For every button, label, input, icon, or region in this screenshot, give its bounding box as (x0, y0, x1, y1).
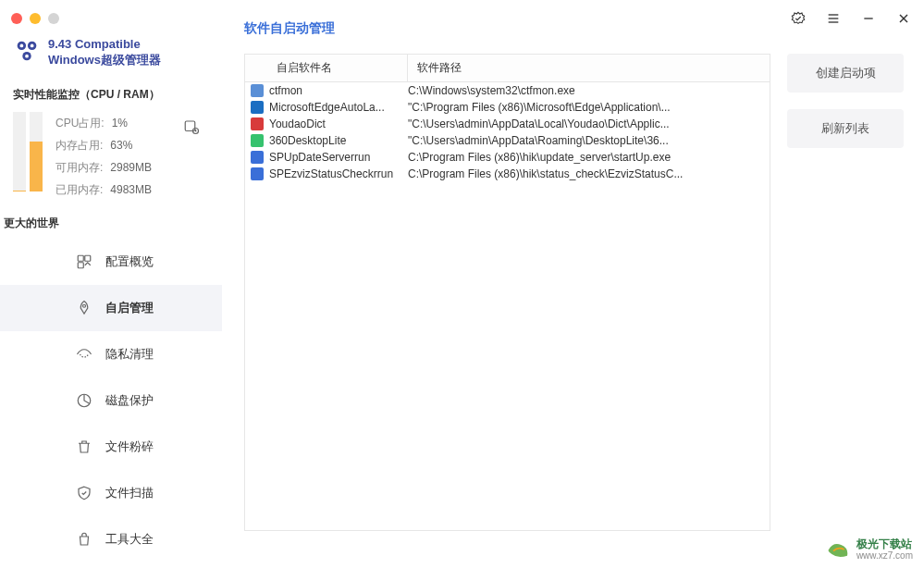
ram-value: 63% (110, 134, 132, 156)
watermark-logo-icon (825, 540, 851, 559)
svg-point-17 (83, 304, 86, 307)
cell-name: ctfmon (269, 84, 408, 97)
cell-name: SPUpDateServerrun (269, 151, 408, 164)
nav-label: 配置概览 (105, 253, 154, 270)
table-header: 自启软件名 软件路径 (245, 55, 770, 82)
monitor-settings-icon[interactable] (183, 118, 200, 135)
nav-item-4[interactable]: 文件粉碎 (0, 424, 222, 470)
nav-item-2[interactable]: 隐私清理 (0, 331, 222, 377)
window-controls (791, 11, 911, 26)
nav-label: 磁盘保护 (105, 392, 154, 409)
table-row[interactable]: ctfmonC:\Windows\system32\ctfmon.exe (245, 82, 770, 99)
main-area: 软件自启动管理 自启软件名 软件路径 ctfmonC:\Windows\syst… (222, 0, 924, 568)
rocket-icon (76, 300, 92, 316)
close-dot[interactable] (11, 13, 22, 24)
ram-label: 内存占用: (55, 134, 103, 156)
svg-point-9 (20, 44, 24, 48)
ram-bar (30, 112, 43, 191)
col-path[interactable]: 软件路径 (408, 55, 770, 81)
nav-label: 工具大全 (105, 531, 154, 548)
monitor-title: 实时性能监控（CPU / RAM） (13, 87, 209, 103)
watermark-url: www.xz7.com (856, 550, 913, 561)
world-section-head: 更大的世界 (0, 212, 222, 239)
nav-label: 自启管理 (105, 300, 154, 316)
mac-window-dots (11, 13, 59, 24)
cell-name: MicrosoftEdgeAutoLa... (269, 101, 408, 114)
nav-item-3[interactable]: 磁盘保护 (0, 377, 222, 424)
app-icon (251, 167, 264, 180)
col-name[interactable]: 自启软件名 (245, 55, 408, 81)
brand-line2: Windows超级管理器 (48, 53, 161, 68)
svg-rect-16 (78, 263, 83, 268)
startup-table: 自启软件名 软件路径 ctfmonC:\Windows\system32\ctf… (244, 54, 770, 531)
usage-bars (13, 112, 43, 191)
page-title: 软件自启动管理 (244, 9, 770, 54)
app-icon (251, 101, 264, 114)
bag-icon (76, 531, 92, 548)
svg-rect-14 (78, 255, 83, 261)
cell-name: SPEzvizStatusCheckrrun (269, 167, 408, 180)
menu-icon[interactable] (826, 11, 841, 26)
table-row[interactable]: YoudaoDict"C:\Users\admin\AppData\Local\… (245, 116, 770, 132)
minimize-dot[interactable] (30, 13, 41, 24)
cell-name: YoudaoDict (269, 117, 408, 130)
create-startup-button[interactable]: 创建启动项 (787, 54, 904, 93)
refresh-list-button[interactable]: 刷新列表 (787, 109, 904, 148)
watermark-title: 极光下载站 (856, 538, 913, 550)
brand-line1: 9.43 Compatible (48, 37, 161, 53)
watermark: 极光下载站 www.xz7.com (825, 538, 913, 561)
nav-label: 隐私清理 (105, 346, 154, 363)
action-panel: 创建启动项 刷新列表 (787, 9, 924, 568)
brand-logo-icon (13, 37, 41, 65)
nav-label: 文件扫描 (105, 485, 154, 501)
cell-path: "C:\Program Files (x86)\Microsoft\Edge\A… (408, 101, 770, 114)
nav-item-0[interactable]: 配置概览 (0, 239, 222, 285)
table-row[interactable]: MicrosoftEdgeAutoLa..."C:\Program Files … (245, 99, 770, 116)
avail-label: 可用内存: (55, 156, 103, 179)
minimize-icon[interactable] (861, 11, 876, 26)
nav-list: 配置概览自启管理隐私清理磁盘保护文件粉碎文件扫描工具大全 (0, 239, 222, 562)
used-label: 已用内存: (55, 179, 103, 201)
table-row[interactable]: SPEzvizStatusCheckrrunC:\Program Files (… (245, 166, 770, 182)
brand: 9.43 Compatible Windows超级管理器 (0, 37, 222, 81)
svg-rect-15 (85, 255, 91, 261)
eye-icon (76, 346, 92, 363)
cell-path: "C:\Users\admin\AppData\Roaming\DesktopL… (408, 134, 770, 147)
nav-item-6[interactable]: 工具大全 (0, 516, 222, 562)
nav-item-1[interactable]: 自启管理 (0, 285, 222, 331)
badge-icon[interactable] (791, 11, 806, 26)
used-value: 4983MB (110, 179, 152, 201)
cell-path: C:\Windows\system32\ctfmon.exe (408, 84, 770, 97)
cell-path: "C:\Users\admin\AppData\Local\Youdao\Dic… (408, 117, 770, 130)
app-icon (251, 151, 264, 164)
table-row[interactable]: SPUpDateServerrunC:\Program Files (x86)\… (245, 149, 770, 166)
sidebar: 9.43 Compatible Windows超级管理器 实时性能监控（CPU … (0, 0, 222, 568)
cpu-bar (13, 112, 26, 191)
cpu-label: CPU占用: (55, 112, 105, 134)
dashboard-icon (76, 253, 92, 270)
avail-value: 2989MB (110, 156, 152, 179)
performance-monitor: 实时性能监控（CPU / RAM） CPU占用:1% 内存占用:63% 可用内存… (0, 81, 222, 212)
cell-path: C:\Program Files (x86)\hik\status_check\… (408, 167, 770, 180)
cpu-value: 1% (112, 112, 128, 134)
app-icon (251, 134, 264, 147)
nav-label: 文件粉碎 (105, 438, 154, 455)
table-row[interactable]: 360DesktopLite"C:\Users\admin\AppData\Ro… (245, 132, 770, 149)
maximize-dot[interactable] (48, 13, 59, 24)
close-icon[interactable] (896, 11, 911, 26)
nav-item-5[interactable]: 文件扫描 (0, 470, 222, 516)
table-body: ctfmonC:\Windows\system32\ctfmon.exeMicr… (245, 82, 770, 182)
app-icon (251, 117, 264, 130)
shield-icon (76, 485, 92, 501)
svg-point-10 (31, 44, 34, 48)
pie-icon (76, 392, 92, 409)
trash-icon (76, 438, 92, 455)
svg-point-11 (25, 55, 29, 58)
cell-name: 360DesktopLite (269, 134, 408, 147)
app-icon (251, 84, 264, 97)
cell-path: C:\Program Files (x86)\hik\update_server… (408, 151, 770, 164)
